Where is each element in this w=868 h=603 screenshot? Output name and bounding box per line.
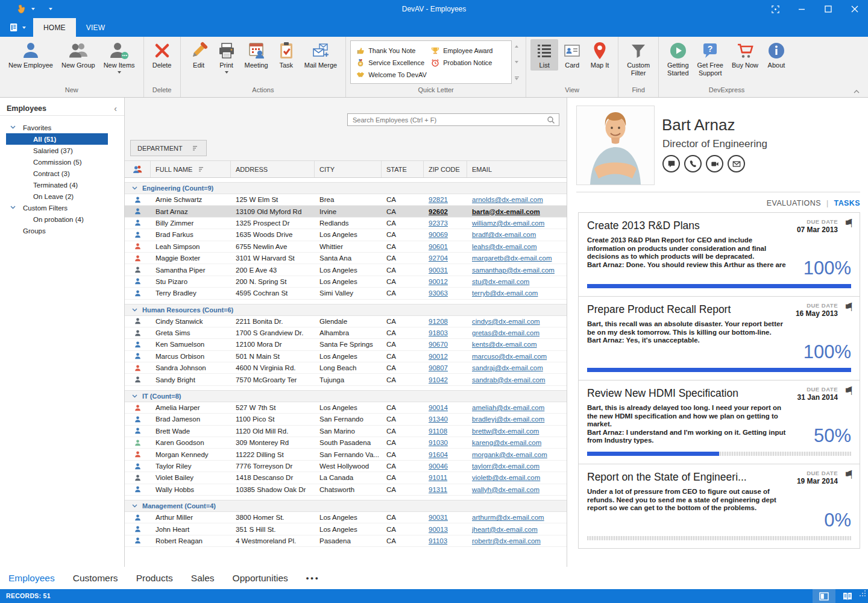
sidebar-item-groups[interactable]: Groups — [0, 225, 124, 236]
grid-row[interactable]: Greta Sims1700 S Grandview Dr.AlhambraCA… — [125, 327, 567, 339]
grid-row[interactable]: Billy Zimmer1325 Prospect DrRedlandsCA92… — [125, 218, 567, 229]
column-header-email[interactable]: EMAIL — [467, 161, 567, 177]
ribbon-tab-home[interactable]: HOME — [33, 18, 76, 37]
email-link[interactable]: morgank@dx-email.com — [472, 451, 547, 458]
gallery-scroll-down-icon[interactable] — [515, 61, 518, 63]
zip-link[interactable]: 91030 — [429, 439, 448, 446]
mail-button[interactable] — [728, 155, 745, 172]
map-it-button[interactable]: Map It — [586, 39, 614, 71]
grid-row[interactable]: Marcus Orbison501 N Main StLos AngelesCA… — [125, 351, 567, 362]
email-link[interactable]: brettw@dx-email.com — [472, 428, 539, 435]
meeting-button[interactable]: Meeting — [241, 39, 272, 71]
grid-row[interactable]: Bart Arnaz13109 Old Myford RdIrvineCA926… — [125, 206, 567, 217]
grid-row[interactable]: Arthur Miller3800 Homer St.Los AngelesCA… — [125, 512, 567, 523]
phone-button[interactable] — [684, 155, 702, 172]
grid-row[interactable]: Morgan Kennedy11222 Dilling StSan Fernan… — [125, 449, 567, 460]
zip-link[interactable]: 90807 — [429, 364, 448, 371]
grid-row[interactable]: Wally Hobbs10385 Shadow Oak DrChatsworth… — [125, 484, 567, 496]
group-header-engineering-count-9[interactable]: Engineering (Count=9) — [125, 182, 567, 194]
group-header-human-resources-count-6[interactable]: Human Resources (Count=6) — [125, 304, 567, 316]
service-excellence-item[interactable]: Service Excellence — [356, 57, 431, 69]
ribbon-tab-view[interactable]: VIEW — [76, 18, 115, 37]
zip-link[interactable]: 92704 — [429, 254, 448, 262]
email-link[interactable]: kents@dx-email.com — [472, 341, 537, 348]
zip-link[interactable]: 91604 — [429, 451, 448, 458]
zip-link[interactable]: 93063 — [429, 289, 448, 297]
zip-link[interactable]: 92821 — [429, 196, 448, 203]
zip-link[interactable]: 91011 — [429, 474, 447, 481]
sidebar-item-terminated-4[interactable]: Terminated (4) — [0, 179, 124, 191]
grid-row[interactable]: Stu Pizaro200 N. Spring StLos AngelesCA9… — [125, 276, 567, 288]
email-link[interactable]: samanthap@dx-email.com — [472, 267, 555, 274]
grid-row[interactable]: Brad Farkus1635 Woods DriveLos AngelesCA… — [125, 229, 567, 241]
grid-row[interactable]: Sandra Johnson4600 N Virginia Rd.Long Be… — [125, 362, 567, 374]
task-button[interactable]: Task — [272, 39, 300, 71]
group-by-department-chip[interactable]: DEPARTMENT — [130, 140, 207, 156]
email-link[interactable]: barta@dx-email.com — [472, 208, 540, 215]
flag-icon[interactable]: ⚑ — [844, 216, 854, 230]
detail-tab-tasks[interactable]: TASKS — [834, 199, 860, 207]
email-link[interactable]: leahs@dx-email.com — [472, 243, 537, 250]
custom-filter-button[interactable]: Custom Filter — [623, 39, 654, 78]
zip-link[interactable]: 90670 — [429, 341, 448, 348]
zip-link[interactable]: 90012 — [429, 278, 448, 285]
task-card[interactable]: Review New HDMI SpecificationDUE DATE31 … — [579, 380, 860, 464]
column-header-full-name[interactable]: FULL NAME — [151, 161, 231, 177]
email-link[interactable]: williamz@dx-email.com — [472, 219, 544, 227]
grid-row[interactable]: Amelia Harper527 W 7th StLos AngelesCA90… — [125, 402, 567, 414]
zip-link[interactable]: 91340 — [429, 415, 448, 423]
zip-link[interactable]: 91103 — [429, 537, 447, 545]
probation-notice-item[interactable]: Probation Notice — [431, 57, 506, 69]
document-tab-products[interactable]: Products — [136, 573, 173, 584]
chat-button[interactable] — [662, 155, 680, 172]
email-link[interactable]: arthurm@dx-email.com — [472, 514, 544, 521]
list-button[interactable]: List — [530, 39, 558, 71]
flag-icon[interactable]: ⚑ — [844, 384, 854, 398]
close-button[interactable] — [841, 0, 868, 18]
document-tab-employees[interactable]: Employees — [8, 573, 55, 584]
document-tab-opportunities[interactable]: Opportunities — [233, 573, 288, 584]
buy-now-button[interactable]: Buy Now — [728, 39, 763, 71]
about-button[interactable]: About — [763, 39, 790, 71]
zip-link[interactable]: 91042 — [429, 376, 448, 384]
flag-icon[interactable]: ⚑ — [844, 300, 854, 314]
new-group-button[interactable]: New Group — [57, 39, 99, 71]
mail-merge-button[interactable]: Mail Merge — [300, 39, 341, 71]
gallery-scroll-up-icon[interactable] — [515, 45, 518, 48]
grid-row[interactable]: Sandy Bright7570 McGroarty TerTujungaCA9… — [125, 374, 567, 385]
sidebar-item-commission-5[interactable]: Commission (5) — [0, 156, 124, 168]
zip-link[interactable]: 90014 — [429, 404, 448, 411]
reading-pane-toggle[interactable] — [813, 589, 835, 603]
grid-row[interactable]: Leah Simpson6755 Newlin AveWhittierCA906… — [125, 241, 567, 253]
sidebar-item-contract-3[interactable]: Contract (3) — [0, 168, 124, 179]
grid-row[interactable]: Maggie Boxter3101 W Harvard StSanta AnaC… — [125, 253, 567, 264]
employee-award-item[interactable]: Employee Award — [431, 45, 506, 57]
zip-link[interactable]: 90031 — [429, 267, 448, 274]
card-view-toggle[interactable] — [835, 589, 860, 603]
search-input[interactable] — [351, 116, 547, 124]
tab-overflow-button[interactable]: ••• — [306, 573, 320, 582]
get-free-support-button[interactable]: ?Get Free Support — [693, 39, 728, 78]
task-card[interactable]: Prepare Product Recall ReportDUE DATE16 … — [579, 297, 860, 380]
grid-row[interactable]: Ken Samuelson12100 Mora DrSanta Fe Sprin… — [125, 339, 567, 350]
sidebar-item-on-probation-4[interactable]: On probation (4) — [0, 213, 124, 225]
search-icon[interactable] — [547, 116, 555, 124]
gallery-more-icon[interactable] — [515, 77, 519, 80]
chevron-down-icon[interactable] — [10, 125, 16, 129]
sidebar-item-custom-filters[interactable]: Custom Filters — [0, 202, 124, 213]
email-link[interactable]: wallyh@dx-email.com — [472, 486, 539, 493]
minimize-button[interactable] — [788, 0, 815, 18]
email-link[interactable]: sandrab@dx-email.com — [472, 376, 546, 384]
zip-link[interactable]: 92602 — [429, 208, 448, 215]
gallery-scroll-buttons[interactable] — [512, 40, 521, 84]
email-link[interactable]: kareng@dx-email.com — [472, 439, 541, 446]
grid-row[interactable]: Terry Bradley4595 Cochran StSimi ValleyC… — [125, 288, 567, 299]
email-link[interactable]: stu@dx-email.com — [472, 278, 529, 285]
new-employee-button[interactable]: New Employee — [4, 39, 57, 71]
zip-link[interactable]: 90031 — [429, 514, 448, 521]
print-button[interactable]: Print — [213, 39, 241, 75]
email-link[interactable]: terryb@dx-email.com — [472, 289, 538, 297]
fullscreen-button[interactable] — [762, 0, 788, 18]
sidebar-item-salaried-37[interactable]: Salaried (37) — [0, 145, 124, 156]
grid-row[interactable]: Samantha Piper200 E Ave 43Los AngelesCA9… — [125, 264, 567, 276]
